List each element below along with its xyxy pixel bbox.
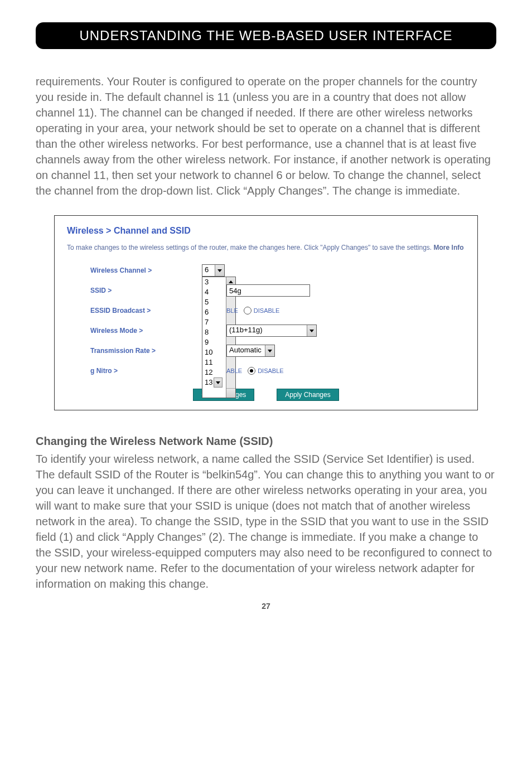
- more-info-link[interactable]: More Info: [434, 244, 464, 251]
- wireless-mode-select[interactable]: (11b+11g): [226, 325, 317, 337]
- intro-paragraph: requirements. Your Router is configured …: [36, 74, 496, 199]
- label-transmission-rate: Transmission Rate >: [90, 347, 202, 355]
- chevron-down-icon[interactable]: [265, 345, 274, 356]
- ssid-input[interactable]: [226, 284, 310, 297]
- chevron-down-icon[interactable]: [307, 325, 316, 336]
- essid-disable-radio[interactable]: DISABLE: [244, 307, 279, 314]
- panel-title: Wireless > Channel and SSID: [67, 226, 465, 236]
- nitro-able-partial: ABLE: [226, 367, 242, 374]
- label-wireless-mode: Wireless Mode >: [90, 327, 202, 335]
- wireless-channel-select[interactable]: 6: [202, 264, 225, 277]
- row-wireless-mode: Wireless Mode > (11b+11g): [67, 321, 465, 341]
- label-wireless-channel: Wireless Channel >: [90, 267, 202, 274]
- section-heading-ssid: Changing the Wireless Network Name (SSID…: [36, 435, 496, 448]
- row-wireless-channel: Wireless Channel > 6 3 4 5 6 7 8: [67, 260, 465, 280]
- label-g-nitro: g Nitro >: [90, 367, 202, 375]
- label-ssid: SSID >: [90, 287, 202, 294]
- apply-changes-button[interactable]: Apply Changes: [277, 389, 338, 401]
- page-title: UNDERSTANDING THE WEB-BASED USER INTERFA…: [79, 28, 452, 43]
- form-area: Wireless Channel > 6 3 4 5 6 7 8: [67, 260, 465, 381]
- transmission-rate-value: Automatic: [227, 345, 265, 356]
- section-body-ssid: To identify your wireless network, a nam…: [36, 451, 496, 592]
- radio-icon: [244, 307, 252, 314]
- scroll-down-icon[interactable]: [226, 388, 235, 398]
- essid-disable-label: DISABLE: [254, 307, 279, 314]
- panel-intro: To make changes to the wireless settings…: [67, 244, 465, 251]
- row-transmission-rate: Transmission Rate > Automatic: [67, 341, 465, 361]
- chevron-down-icon[interactable]: [215, 265, 224, 276]
- transmission-rate-select[interactable]: Automatic: [226, 345, 275, 357]
- panel-intro-text: To make changes to the wireless settings…: [67, 244, 434, 251]
- page-number: 27: [36, 602, 496, 611]
- page-title-bar: UNDERSTANDING THE WEB-BASED USER INTERFA…: [36, 22, 496, 49]
- row-essid-broadcast: ESSID Broadcast > BLE DISABLE: [67, 301, 465, 321]
- settings-panel: Wireless > Channel and SSID To make chan…: [54, 215, 478, 410]
- wireless-channel-value: 6: [202, 265, 215, 276]
- essid-enable-partial: BLE: [226, 307, 238, 314]
- button-bar: Clear Changes Apply Changes: [67, 389, 465, 401]
- nitro-disable-label: DISABLE: [258, 367, 283, 374]
- label-essid-broadcast: ESSID Broadcast >: [90, 307, 202, 314]
- row-ssid: SSID >: [67, 280, 465, 301]
- radio-icon: [248, 367, 255, 375]
- nitro-disable-radio[interactable]: DISABLE: [248, 367, 283, 375]
- wireless-mode-value: (11b+11g): [227, 325, 307, 336]
- row-g-nitro: g Nitro > ABLE DISABLE: [67, 361, 465, 381]
